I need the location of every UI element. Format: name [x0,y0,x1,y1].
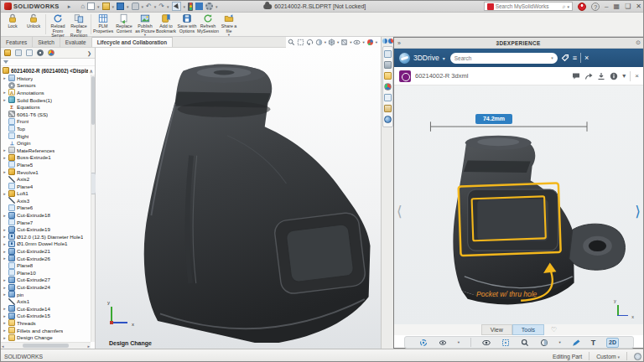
tree-item[interactable]: ▸ Cut-Extrude15 [1,313,91,320]
tab-lifecycle-and-collaboration[interactable]: Lifecycle and Collaboration [92,37,173,47]
collapse-all-icon[interactable]: ∧ [90,68,93,74]
refresh-mysession-button[interactable]: Refresh MySession [198,13,218,34]
panel-search-input[interactable] [454,55,548,61]
expand-caret-icon[interactable]: ▸ [3,234,7,239]
tree-item[interactable]: Right [1,132,91,140]
display-manager-icon[interactable] [48,49,55,56]
new-document-icon[interactable] [87,3,95,10]
tab-tools[interactable]: Tools [512,324,544,335]
zoom-fit-icon[interactable] [288,39,295,46]
tree-item[interactable]: ▸ Cut-Extrude24 [1,283,91,291]
tree-item[interactable]: Plane6 [1,204,91,212]
tree-item[interactable]: ▸ Cut-Extrude27 [1,277,91,284]
file-close-icon[interactable]: × [635,72,639,80]
expand-caret-icon[interactable]: ▸ [3,97,7,102]
3dexperience-icon[interactable] [382,39,387,44]
expand-caret-icon[interactable]: ▸ [3,169,7,174]
tree-item[interactable]: ▸ MateReferences [1,147,91,154]
expand-caret-icon[interactable]: ▸ [3,241,7,246]
expand-caret-icon[interactable]: ▸ [3,249,7,254]
globe-icon[interactable] [634,353,641,360]
eye-icon[interactable] [482,339,491,347]
menu-expand-icon[interactable]: ▸ [68,3,71,10]
unlock-button[interactable]: Unlock [23,13,44,29]
appearances-icon[interactable] [384,83,392,90]
replace-content-button[interactable]: Replace Content [114,13,134,34]
save-with-options-button[interactable]: Save with Options [177,13,197,34]
graphics-viewport[interactable]: y x Design Change [96,48,381,349]
help-icon[interactable]: ? [591,3,600,11]
tree-item[interactable]: ▸ Cut-Extrude21 [1,247,91,255]
tree-item[interactable]: ▸ Revolve1 [1,168,91,176]
tree-item[interactable]: Sensors [1,82,91,90]
save-icon[interactable] [117,3,124,10]
tree-item[interactable]: ▸ pin [1,291,91,298]
layout-icon[interactable]: ▦ [614,3,621,11]
download-icon[interactable] [597,72,605,80]
pencil-icon[interactable] [572,339,580,347]
pin-panel-icon[interactable]: ⊙ [636,39,641,46]
tree-item[interactable]: ▸ Boss-Extrude1 [1,154,91,162]
search-scope-caret-icon[interactable]: ▾ [568,4,570,9]
add-to-bookmark-button[interactable]: Add to Bookmark [156,13,176,34]
zoom-area-icon[interactable] [297,39,304,46]
2d-mode-button[interactable]: 2D [606,338,619,348]
tree-item[interactable]: ▸ Ø1.0mm Dowel Hole1 [1,240,91,248]
share-a-file-button[interactable]: Share a file ▾ [219,13,239,37]
tab-features[interactable]: Features [1,37,33,47]
file-explorer-icon[interactable] [384,72,392,80]
tree-item[interactable]: ▸ Ø12.0 (12.5) Diameter Hole1 [1,233,91,240]
previous-view-icon[interactable] [306,39,314,46]
expand-caret-icon[interactable]: ▸ [3,335,7,340]
reload-from-server-button[interactable]: Reload From Server [48,13,68,39]
tree-item[interactable]: Plane5 [1,161,91,168]
tree-item[interactable]: ▸ History [1,75,91,82]
close-icon[interactable]: ✕ [636,3,641,11]
section-icon[interactable] [540,339,548,347]
redo-icon[interactable]: ↷ [158,3,164,10]
display-style-icon[interactable] [340,39,348,46]
text-tool-icon[interactable]: T [591,339,596,347]
mysolidworks-search[interactable]: ⌕ ▾ [484,2,573,11]
tree-item[interactable]: ▸ Cut-Extrude18 [1,211,91,219]
tab-view[interactable]: View [481,324,512,335]
tree-filter-row[interactable] [1,59,95,66]
feature-tree-icon[interactable] [4,49,11,56]
app-switch-caret-icon[interactable]: ▾ [443,55,445,61]
tree-item[interactable]: Equations [1,103,91,111]
configuration-manager-icon[interactable] [26,49,33,56]
section-view-icon[interactable] [315,39,323,46]
menu-icon[interactable]: ≡ [573,54,577,62]
property-manager-icon[interactable] [15,49,22,56]
search-icon[interactable]: ⌕ [563,3,566,10]
chevron-down-icon[interactable]: ▾ [622,72,626,80]
share-icon[interactable] [584,72,593,80]
expand-caret-icon[interactable]: ▸ [3,306,7,311]
tab-sketch[interactable]: Sketch [33,37,60,47]
tree-item[interactable]: Plane8 [1,261,91,269]
home-icon[interactable]: ⌂ [80,3,85,10]
view-orientation-icon[interactable] [328,39,335,46]
expand-caret-icon[interactable]: ▸ [3,155,7,160]
panel-search[interactable]: ▾ [450,53,558,64]
tree-item[interactable]: ▸ Cut-Extrude19 [1,225,91,233]
minimize-icon[interactable]: – [605,3,608,11]
expand-caret-icon[interactable]: ▸ [3,213,7,218]
previous-file-arrow-icon[interactable]: ⟨ [397,203,402,220]
undo-icon[interactable]: ↶ [146,3,152,10]
tree-horizontal-scrollbar[interactable]: ◂▸ [1,342,91,349]
expand-caret-icon[interactable]: ▸ [3,227,7,232]
expand-caret-icon[interactable]: ▸ [3,277,7,282]
select-icon[interactable] [172,2,181,11]
expand-caret-icon[interactable]: ▸ [3,191,7,196]
solidworks-resources-icon[interactable] [388,39,393,44]
file-properties-icon[interactable] [195,3,203,10]
tree-item[interactable]: Front [1,118,91,126]
tree-item[interactable]: Axis3 [1,197,91,204]
hide-show-icon[interactable] [353,39,361,46]
more-tabs-icon[interactable]: ❯ [87,50,91,56]
tree-item[interactable]: ▸ Cut-Extrude14 [1,305,91,313]
plm-properties-button[interactable]: PLM Properties [93,13,113,34]
rebuild-icon[interactable] [188,3,193,11]
forum-icon[interactable] [384,116,392,123]
